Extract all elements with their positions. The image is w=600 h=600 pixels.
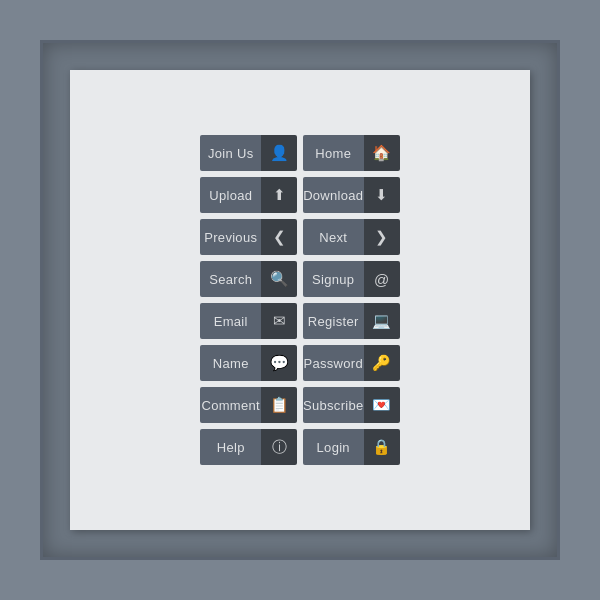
help-icon: ⓘ [261, 429, 297, 465]
join-us-button[interactable]: Join Us👤 [200, 135, 297, 171]
signup-icon: @ [364, 261, 400, 297]
next-icon: ❯ [364, 219, 400, 255]
email-button[interactable]: Email✉ [200, 303, 297, 339]
inner-panel: Join Us👤Home🏠Upload⬆Download⬇Previous❮Ne… [70, 70, 530, 530]
previous-icon: ❮ [261, 219, 297, 255]
upload-label: Upload [200, 177, 261, 213]
password-button[interactable]: Password🔑 [303, 345, 400, 381]
home-icon: 🏠 [364, 135, 400, 171]
login-button[interactable]: Login🔒 [303, 429, 400, 465]
subscribe-icon: 💌 [364, 387, 400, 423]
name-label: Name [200, 345, 261, 381]
search-button[interactable]: Search🔍 [200, 261, 297, 297]
home-label: Home [303, 135, 364, 171]
next-button[interactable]: Next❯ [303, 219, 400, 255]
previous-button[interactable]: Previous❮ [200, 219, 297, 255]
name-icon: 💬 [261, 345, 297, 381]
signup-button[interactable]: Signup@ [303, 261, 400, 297]
help-button[interactable]: Helpⓘ [200, 429, 297, 465]
search-icon: 🔍 [261, 261, 297, 297]
home-button[interactable]: Home🏠 [303, 135, 400, 171]
register-label: Register [303, 303, 364, 339]
download-icon: ⬇ [364, 177, 400, 213]
outer-frame: Join Us👤Home🏠Upload⬆Download⬇Previous❮Ne… [40, 40, 560, 560]
comment-label: Comment [200, 387, 261, 423]
upload-icon: ⬆ [261, 177, 297, 213]
password-label: Password [303, 345, 364, 381]
email-icon: ✉ [261, 303, 297, 339]
register-button[interactable]: Register💻 [303, 303, 400, 339]
comment-button[interactable]: Comment📋 [200, 387, 297, 423]
download-label: Download [303, 177, 364, 213]
upload-button[interactable]: Upload⬆ [200, 177, 297, 213]
comment-icon: 📋 [261, 387, 297, 423]
name-button[interactable]: Name💬 [200, 345, 297, 381]
email-label: Email [200, 303, 261, 339]
register-icon: 💻 [364, 303, 400, 339]
previous-label: Previous [200, 219, 261, 255]
download-button[interactable]: Download⬇ [303, 177, 400, 213]
login-label: Login [303, 429, 364, 465]
next-label: Next [303, 219, 364, 255]
subscribe-button[interactable]: Subscribe💌 [303, 387, 400, 423]
login-icon: 🔒 [364, 429, 400, 465]
password-icon: 🔑 [364, 345, 400, 381]
signup-label: Signup [303, 261, 364, 297]
join-us-icon: 👤 [261, 135, 297, 171]
search-label: Search [200, 261, 261, 297]
subscribe-label: Subscribe [303, 387, 364, 423]
button-grid: Join Us👤Home🏠Upload⬆Download⬇Previous❮Ne… [180, 115, 419, 485]
help-label: Help [200, 429, 261, 465]
join-us-label: Join Us [200, 135, 261, 171]
